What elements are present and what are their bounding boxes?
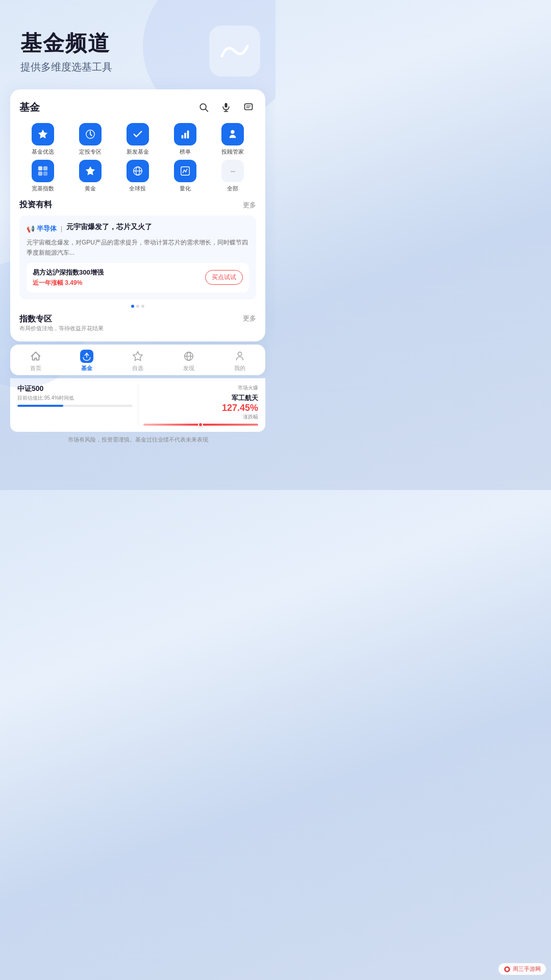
home-icon <box>29 350 42 363</box>
divider <box>138 384 138 426</box>
index-bar-fill-left <box>17 405 63 407</box>
fund-recommend: 易方达沪深指数300增强 近一年涨幅 3.49% 买点试试 <box>27 263 249 292</box>
disclaimer: 市场有风险，投资需谨慎。基金过往业绩不代表未来表现 <box>0 432 276 448</box>
menu-item-huangjin[interactable]: 黄金 <box>67 160 114 192</box>
message-icon[interactable] <box>241 100 256 115</box>
card-title: 基金 <box>19 101 40 114</box>
index-section-subtitle: 布局价值洼地，等待收益开花结果 <box>19 325 104 332</box>
right-name: 军工航天 <box>143 394 259 403</box>
progress-dot <box>198 422 203 427</box>
menu-item-kuanjizishu[interactable]: 宽基指数 <box>19 160 67 192</box>
fund-return: 近一年涨幅 3.49% <box>33 279 104 287</box>
lianghua-icon <box>174 160 196 182</box>
nav-item-fund[interactable]: 基金 <box>61 350 112 372</box>
index-card-name-left: 中证500 <box>17 384 133 394</box>
progress-bar-container <box>143 424 259 426</box>
star-icon <box>131 350 144 363</box>
kuanjizishu-icon <box>32 160 54 182</box>
svg-rect-15 <box>43 166 47 170</box>
fund-return-label: 近一年涨幅 <box>33 279 65 286</box>
menu-item-lianghua[interactable]: 量化 <box>161 160 209 192</box>
nav-item-discover[interactable]: 发现 <box>163 350 214 372</box>
article-card[interactable]: 📢 半导体 | 元宇宙爆发了，芯片又火了 元宇宙概念爆发，对GPU产品的需求提升… <box>19 215 256 299</box>
index-card-right[interactable]: 市场火爆 军工航天 127.45% 涨跌幅 <box>143 384 259 426</box>
svg-marker-8 <box>38 130 47 138</box>
dingtou-label: 定投专区 <box>79 148 102 156</box>
svg-rect-12 <box>187 131 189 139</box>
svg-marker-24 <box>133 352 142 360</box>
tag-icon: 📢 <box>27 225 35 233</box>
menu-item-bangdan[interactable]: 榜单 <box>161 123 209 156</box>
fund-name: 易方达沪深指数300增强 <box>33 268 104 277</box>
index-card-row: 中证500 目前估值比:95.4%时间低 市场火爆 军工航天 127.45% 涨… <box>10 378 265 432</box>
fund-info: 易方达沪深指数300增强 近一年涨幅 3.49% <box>33 268 104 287</box>
youxuan-icon <box>32 123 54 145</box>
svg-marker-18 <box>86 166 95 175</box>
bangdan-label: 榜单 <box>180 148 191 156</box>
menu-item-dingtou[interactable]: 定投专区 <box>67 123 114 156</box>
nav-item-watchlist[interactable]: 自选 <box>112 350 163 372</box>
article-desc: 元宇宙概念爆发，对GPU产品的需求提升，带动计算芯片的需求增长，同时蝶节四季度新… <box>27 238 249 257</box>
svg-rect-10 <box>181 135 183 138</box>
nav-label-discover: 发现 <box>183 364 194 372</box>
huangjin-label: 黄金 <box>85 185 96 192</box>
article-tag: 📢 半导体 | 元宇宙爆发了，芯片又火了 <box>27 223 152 235</box>
index-card-bar-left <box>17 405 133 407</box>
svg-rect-11 <box>184 133 186 139</box>
fund-buy-button[interactable]: 买点试试 <box>205 270 243 285</box>
index-section-title-wrap: 指数专区 布局价值洼地，等待收益开花结果 <box>19 314 104 332</box>
svg-point-13 <box>231 130 234 134</box>
tag-text: 半导体 <box>37 224 57 233</box>
bottom-nav: 首页 基金 自选 发现 <box>10 345 265 375</box>
svg-rect-14 <box>38 166 42 170</box>
svg-rect-17 <box>43 172 47 176</box>
search-icon[interactable] <box>196 100 211 115</box>
menu-item-quanqiutou[interactable]: 全球投 <box>114 160 162 192</box>
quanbu-label: 全部 <box>227 185 238 192</box>
menu-item-touguguanjia[interactable]: 投顾管家 <box>209 123 256 156</box>
article-headline: 元宇宙爆发了，芯片又火了 <box>66 223 152 232</box>
invest-section-title: 投资有料 <box>19 200 52 210</box>
right-sub: 市场火爆 <box>143 384 259 391</box>
dots-indicator <box>19 305 256 308</box>
progress-bar-right <box>143 424 259 426</box>
nav-label-watchlist: 自选 <box>132 364 143 372</box>
fund-icon <box>80 350 93 363</box>
quanqiutou-label: 全球投 <box>129 185 146 192</box>
index-section-title: 指数专区 <box>19 314 104 325</box>
nav-label-mine: 我的 <box>234 364 245 372</box>
nav-item-home[interactable]: 首页 <box>10 350 61 372</box>
main-card: 基金 <box>10 89 265 341</box>
dot-3 <box>141 305 144 308</box>
svg-point-28 <box>238 352 241 356</box>
menu-item-quanbu[interactable]: ··· 全部 <box>209 160 256 192</box>
menu-grid: 基金优选 定投专区 新发基金 <box>19 123 256 192</box>
invest-section-more[interactable]: 更多 <box>243 201 256 210</box>
right-pct: 127.45% <box>143 403 259 413</box>
voice-icon[interactable] <box>218 100 234 115</box>
right-label: 涨跌幅 <box>143 413 259 421</box>
hero-icon <box>209 26 260 77</box>
index-section-more[interactable]: 更多 <box>243 314 256 323</box>
kuanjizishu-label: 宽基指数 <box>32 185 54 192</box>
discover-icon <box>182 350 195 363</box>
index-section-header: 指数专区 布局价值洼地，等待收益开花结果 更多 <box>19 314 256 332</box>
menu-item-youxuan[interactable]: 基金优选 <box>19 123 67 156</box>
svg-line-1 <box>206 109 208 112</box>
dot-1 <box>131 305 134 308</box>
huangjin-icon <box>79 160 102 182</box>
bangdan-icon <box>174 123 196 145</box>
index-card-desc-left: 目前估值比:95.4%时间低 <box>17 395 133 402</box>
index-card-left[interactable]: 中证500 目前估值比:95.4%时间低 <box>17 384 133 426</box>
lianghua-label: 量化 <box>180 185 191 192</box>
xinfajijin-label: 新发基金 <box>127 148 149 156</box>
nav-label-fund: 基金 <box>81 364 92 372</box>
tag-divider: | <box>61 225 62 232</box>
menu-item-xinfajijin[interactable]: 新发基金 <box>114 123 162 156</box>
nav-item-mine[interactable]: 我的 <box>214 350 265 372</box>
user-icon <box>233 350 246 363</box>
quanbu-icon: ··· <box>221 160 244 182</box>
quanqiutou-icon <box>127 160 149 182</box>
touguguanjia-icon <box>221 123 244 145</box>
nav-label-home: 首页 <box>30 364 41 372</box>
